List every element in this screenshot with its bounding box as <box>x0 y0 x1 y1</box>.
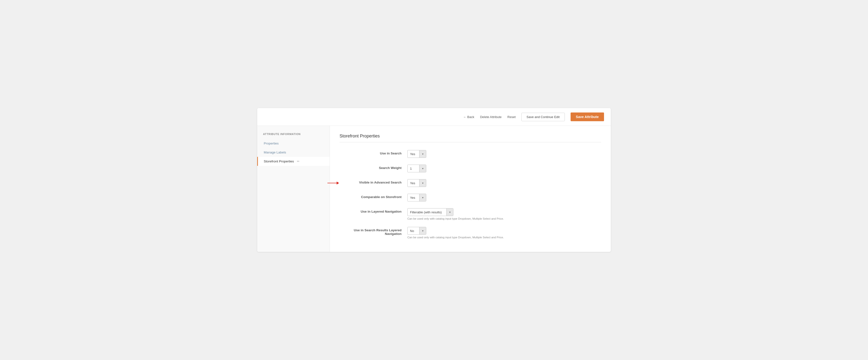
label-use-layered-nav: Use in Layered Navigation <box>340 208 407 213</box>
sidebar-item-storefront-properties[interactable]: Storefront Properties ✏ <box>257 157 330 166</box>
select-comparable-storefront-value: Yes <box>408 196 419 199</box>
select-visible-advanced-search-value: Yes <box>408 181 419 185</box>
arrow-annotation <box>328 182 339 185</box>
section-title: Storefront Properties <box>340 134 601 142</box>
save-attribute-button[interactable]: Save Attribute <box>570 112 604 121</box>
select-use-in-search-value: Yes <box>408 152 419 156</box>
field-visible-advanced-search: Yes ▾ <box>407 179 601 187</box>
arrow-line <box>328 183 337 183</box>
edit-icon: ✏ <box>297 160 300 163</box>
select-use-in-search[interactable]: Yes ▾ <box>407 150 426 158</box>
sidebar-item-manage-labels-label: Manage Labels <box>264 150 286 154</box>
sidebar-item-properties[interactable]: Properties <box>257 139 330 148</box>
select-use-search-results-layered-value: No <box>408 229 419 233</box>
select-use-layered-nav-caret[interactable]: ▾ <box>446 208 453 216</box>
reset-button[interactable]: Reset <box>507 115 516 119</box>
field-row-use-search-results-layered: Use in Search Results Layered Navigation… <box>340 223 601 242</box>
field-row-use-layered-nav: Use in Layered Navigation Filterable (wi… <box>340 205 601 223</box>
label-search-weight: Search Weight <box>340 165 407 170</box>
field-search-weight: 1 ▾ <box>407 165 601 172</box>
delete-attribute-button[interactable]: Delete Attribute <box>480 115 502 119</box>
select-search-weight-value: 1 <box>408 167 419 170</box>
sidebar-item-properties-label: Properties <box>264 142 279 145</box>
label-use-in-search: Use in Search <box>340 150 407 155</box>
select-use-in-search-caret[interactable]: ▾ <box>419 150 426 158</box>
back-button[interactable]: ← Back <box>463 115 474 119</box>
field-comparable-storefront: Yes ▾ <box>407 194 601 201</box>
save-and-continue-button[interactable]: Save and Continue Edit <box>521 113 565 121</box>
select-search-weight-caret[interactable]: ▾ <box>419 165 426 172</box>
select-use-layered-nav[interactable]: Filterable (with results) ▾ <box>407 208 454 216</box>
arrow-head <box>337 182 339 185</box>
sidebar-item-storefront-properties-label: Storefront Properties <box>264 160 294 163</box>
field-use-search-results-layered: No ▾ Can be used only with catalog input… <box>407 227 601 239</box>
select-use-layered-nav-value: Filterable (with results) <box>408 211 446 214</box>
hint-use-layered-nav: Can be used only with catalog input type… <box>407 217 601 220</box>
label-comparable-storefront: Comparable on Storefront <box>340 194 407 199</box>
content-layout: ATTRIBUTE INFORMATION Properties Manage … <box>257 126 611 252</box>
select-comparable-storefront-caret[interactable]: ▾ <box>419 194 426 201</box>
field-use-layered-nav: Filterable (with results) ▾ Can be used … <box>407 208 601 220</box>
select-visible-advanced-search-caret[interactable]: ▾ <box>419 179 426 187</box>
field-row-use-in-search: Use in Search Yes ▾ <box>340 147 601 161</box>
field-row-search-weight: Search Weight 1 ▾ <box>340 161 601 176</box>
sidebar: ATTRIBUTE INFORMATION Properties Manage … <box>257 126 330 252</box>
field-row-comparable-storefront: Comparable on Storefront Yes ▾ <box>340 190 601 205</box>
select-comparable-storefront[interactable]: Yes ▾ <box>407 194 426 201</box>
select-search-weight[interactable]: 1 ▾ <box>407 165 426 172</box>
toolbar: ← Back Delete Attribute Reset Save and C… <box>257 108 611 126</box>
label-use-search-results-layered: Use in Search Results Layered Navigation <box>340 227 407 236</box>
field-row-visible-advanced-search: Visible in Advanced Search Yes ▾ <box>340 176 601 190</box>
sidebar-item-manage-labels[interactable]: Manage Labels <box>257 148 330 157</box>
select-use-search-results-layered[interactable]: No ▾ <box>407 227 426 235</box>
page-card: ← Back Delete Attribute Reset Save and C… <box>257 108 611 252</box>
label-visible-advanced-search: Visible in Advanced Search <box>340 179 407 184</box>
select-visible-advanced-search[interactable]: Yes ▾ <box>407 179 426 187</box>
field-use-in-search: Yes ▾ <box>407 150 601 158</box>
select-use-search-results-layered-caret[interactable]: ▾ <box>419 227 426 235</box>
hint-use-search-results-layered: Can be used only with catalog input type… <box>407 236 601 239</box>
main-content: Storefront Properties Use in Search Yes … <box>330 126 611 252</box>
sidebar-section-title: ATTRIBUTE INFORMATION <box>257 133 330 139</box>
